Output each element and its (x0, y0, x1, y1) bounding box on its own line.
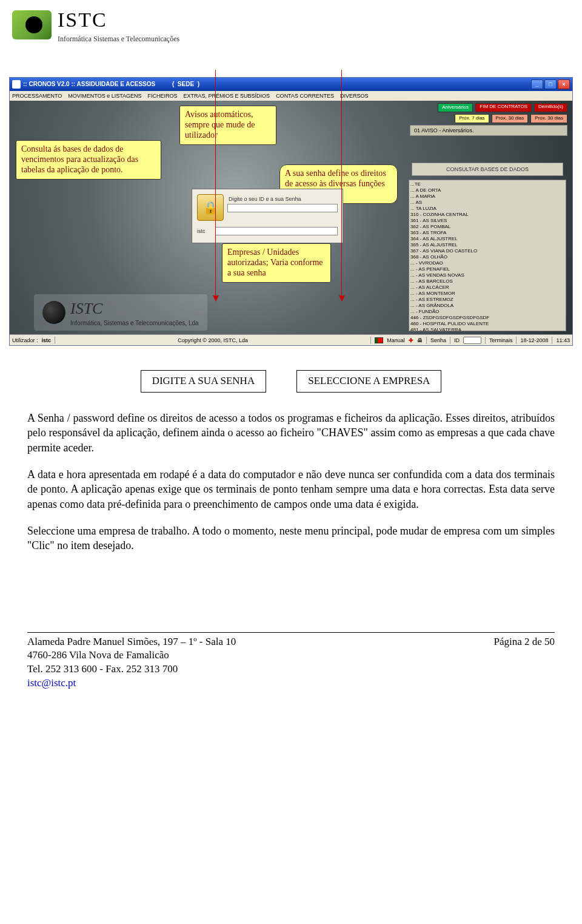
menubar: PROCESSAMENTO MOVIMENTOS e LISTAGENS FIC… (10, 91, 572, 101)
company-list-item[interactable]: ... A MARIA (410, 194, 564, 200)
label-digite-senha: DIGITE A SUA SENHA (141, 370, 267, 393)
aviso-line: 01 AVISO - Aniversários. (410, 125, 567, 136)
login-id-input[interactable] (227, 204, 338, 212)
close-button[interactable]: × (558, 79, 570, 89)
app-window: :: CRONOS V2.0 :: ASSIDUIDADE E ACESSOS … (9, 77, 573, 346)
company-list-item[interactable]: 460 - HOSPITAL PULIDO VALENTE (410, 321, 564, 327)
company-list-item[interactable]: ... TA LUZIA (410, 206, 564, 212)
company-list-item[interactable]: 362 - AS POMBAL (410, 224, 564, 230)
status-date: 18-12-2008 (520, 337, 548, 344)
company-list-item[interactable]: ...TE (410, 181, 564, 187)
company-list-item[interactable]: 481 - AS SALVATERRA (410, 327, 564, 331)
status-id-label: ID (454, 337, 460, 344)
brand-inside-sub: Informática, Sistemas e Telecomunicações… (70, 319, 199, 328)
company-list-item[interactable]: 368 - AS OLHÃO (410, 254, 564, 260)
login-user-label: istc (197, 228, 213, 235)
brand-inside-name: ISTC (70, 298, 199, 319)
status-manual[interactable]: Manual (387, 337, 405, 344)
status-id-input[interactable] (463, 337, 481, 344)
menu-item[interactable]: MOVIMENTOS e LISTAGENS (68, 92, 141, 99)
login-password-input[interactable] (215, 227, 338, 235)
company-list-item[interactable]: 361 - AS SILVES (410, 218, 564, 224)
badge-fim-contratos[interactable]: FIM DE CONTRATOS (475, 103, 532, 112)
callout-empresas: Empresas / Unidades autorizadas; Varia c… (222, 243, 331, 282)
footer-address-1: Alameda Padre Manuel Simões, 197 – 1º - … (27, 635, 236, 649)
company-list-item[interactable]: 364 - AS ALJUSTREL (410, 236, 564, 242)
company-list-item[interactable]: ... - AS ALCÁCER (410, 285, 564, 291)
status-badges: Aniversários FIM DE CONTRATOS Demitido(s… (410, 103, 567, 136)
badge-prox7: Próx. 7 dias (455, 114, 489, 123)
titlebar: :: CRONOS V2.0 :: ASSIDUIDADE E ACESSOS … (10, 78, 572, 91)
status-bar: Utilizador : istc Copyright © 2000, ISTC… (10, 334, 572, 345)
company-list-item[interactable]: ... - FUNDÃO (410, 309, 564, 315)
status-copyright: Copyright © 2000, ISTC, Lda (59, 337, 367, 344)
company-list-item[interactable]: ... - AS ESTREMOZ (410, 297, 564, 303)
window-title: :: CRONOS V2.0 :: ASSIDUIDADE E ACESSOS … (23, 80, 531, 89)
badge-prox30b: Próx. 30 dias (530, 114, 567, 123)
app-body: Aniversários FIM DE CONTRATOS Demitido(s… (10, 101, 572, 334)
company-list-item[interactable]: ... AS (410, 200, 564, 206)
badge-prox30a: Próx. 30 dias (492, 114, 529, 123)
company-list-item[interactable]: 446 - ZSDFGSDFGSDFGSDFGSDF (410, 315, 564, 321)
callout-consulta: Consulta ás bases de dados de vencimento… (16, 140, 161, 179)
company-list-item[interactable]: 365 - AS ALJUSTREL (410, 242, 564, 248)
login-prompt: Digite o seu ID e a sua Senha (227, 194, 338, 204)
status-user-label: Utilizador : (12, 337, 38, 344)
consultar-button[interactable]: CONSULTAR BASES DE DADOS (412, 163, 563, 176)
status-terminais[interactable]: Terminais (489, 337, 513, 344)
minimize-button[interactable]: _ (531, 79, 543, 89)
menu-item[interactable]: EXTRAS, PRÉMIOS E SUBSÍDIOS (184, 92, 270, 99)
footer-address-2: 4760-286 Vila Nova de Famalicão (27, 649, 236, 663)
logo-icon (12, 10, 52, 39)
footer: Alameda Padre Manuel Simões, 197 – 1º - … (27, 632, 555, 691)
badge-demitidos[interactable]: Demitido(s) (534, 103, 567, 112)
menu-item[interactable]: PROCESSAMENTO (12, 92, 62, 99)
badge-aniversarios[interactable]: Aniversários (438, 103, 473, 112)
status-user: istc (42, 337, 52, 344)
maximize-button[interactable]: □ (544, 79, 557, 89)
company-list-item[interactable]: ... - AS GRÂNDOLA (410, 303, 564, 309)
company-list-item[interactable]: ... - AS VENDAS NOVAS (410, 272, 564, 278)
page-number: Página 2 de 50 (493, 635, 555, 649)
login-dialog: 🔒 Digite o seu ID e a sua Senha istc (192, 189, 343, 243)
menu-item[interactable]: FICHEIROS (148, 92, 178, 99)
brand-dot-icon (42, 301, 65, 324)
body-text: A Senha / password define os direitos de… (0, 411, 582, 553)
footer-phone: Tel. 252 313 600 - Fax. 252 313 700 (27, 663, 236, 676)
doc-header: ISTC Informática Sistemas e Telecomunica… (0, 0, 582, 77)
paragraph: A Senha / password define os direitos de… (27, 411, 555, 455)
logo-text: ISTC Informática Sistemas e Telecomunica… (58, 6, 179, 44)
brand-subtitle: Informática Sistemas e Telecomunicações (58, 34, 179, 44)
arrow-senha (215, 70, 216, 300)
arrow-empresa (341, 70, 342, 300)
company-list-item[interactable]: ... - AS MONTEMOR (410, 291, 564, 297)
company-list-item[interactable]: ... - AS BARCELOS (410, 278, 564, 285)
plus-icon: ✚ (409, 337, 413, 344)
flag-icon (375, 337, 383, 343)
window-buttons: _ □ × (531, 79, 570, 89)
company-list-item[interactable]: 310 - COZINHA CENTRAL (410, 212, 564, 218)
brand-name: ISTC (58, 6, 179, 34)
menu-item[interactable]: DIVERSOS (340, 92, 369, 99)
paragraph: A data e hora apresentada em rodapé é a … (27, 467, 555, 511)
company-list-item[interactable]: ... - AS PENAFIEL (410, 266, 564, 272)
brand-panel: ISTC Informática, Sistemas e Telecomunic… (34, 294, 207, 331)
label-boxes: DIGITE A SUA SENHA SELECCIONE A EMPRESA (9, 370, 573, 393)
footer-email-link[interactable]: istc@istc.pt (27, 677, 76, 689)
callout-avisos: Avisos automáticos, sempre que mude de u… (179, 106, 276, 144)
printer-icon[interactable]: 🖶 (417, 337, 423, 344)
paragraph: Seleccione uma empresa de trabalho. A to… (27, 524, 555, 553)
label-seleccione-empresa: SELECCIONE A EMPRESA (296, 370, 441, 393)
logo: ISTC Informática Sistemas e Telecomunica… (12, 6, 179, 44)
company-list-item[interactable]: ... A DE ORTA (410, 187, 564, 194)
company-list-item[interactable]: 367 - AS VIANA DO CASTELO (410, 248, 564, 254)
company-list-item[interactable]: 363 - AS TROFA (410, 230, 564, 236)
status-time: 11:43 (556, 337, 570, 344)
lock-icon: 🔒 (197, 194, 224, 221)
status-senha[interactable]: Senha (430, 337, 446, 344)
company-list-item[interactable]: ... - VVRODAO (410, 260, 564, 266)
close-icon (12, 80, 21, 89)
menu-item[interactable]: CONTAS CORRENTES (276, 92, 334, 99)
company-list[interactable]: ...TE... A DE ORTA... A MARIA... AS... T… (409, 180, 566, 331)
